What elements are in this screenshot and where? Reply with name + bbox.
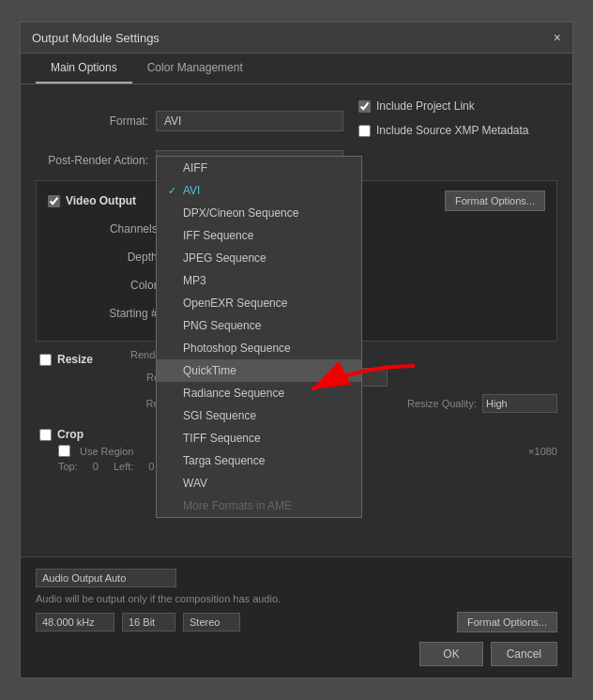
crop-checkbox[interactable] — [39, 429, 52, 441]
audio-note: Audio will be output only if the composi… — [36, 593, 557, 604]
dropdown-item-wav[interactable]: WAV — [157, 472, 361, 495]
bit-depth-select[interactable]: 16 Bit — [122, 613, 175, 632]
dialog-buttons-row: OK Cancel — [36, 642, 557, 666]
resize-quality-container: Resize Quality: High — [407, 394, 557, 413]
include-source-xmp-checkbox[interactable] — [358, 125, 371, 137]
check-icon-iff — [168, 230, 183, 241]
starting-label: Starting #: — [48, 307, 160, 320]
channels-label: Channels: — [48, 222, 160, 236]
resize-label: Resize — [57, 353, 93, 366]
dropdown-item-jpeg[interactable]: JPEG Sequence — [157, 247, 361, 269]
dropdown-item-quicktime[interactable]: QuickTime — [157, 359, 361, 382]
top-value: 0 — [93, 461, 99, 472]
dialog: Output Module Settings × Main Options Co… — [20, 22, 573, 678]
check-icon-radiance — [168, 388, 183, 399]
check-icon-photoshop — [168, 342, 183, 354]
checkboxes-right: Include Project Link Include Source XMP … — [358, 99, 529, 143]
dropdown-item-aiff[interactable]: AIFF — [157, 157, 361, 179]
sample-rate-wrapper: 48.000 kHz — [36, 613, 114, 632]
dropdown-item-mp3[interactable]: MP3 — [157, 269, 361, 292]
audio-output-select[interactable]: Audio Output Auto — [36, 569, 176, 587]
check-icon-jpeg — [168, 252, 183, 264]
tabs-container: Main Options Color Management — [21, 53, 572, 84]
tab-main-options[interactable]: Main Options — [36, 53, 132, 84]
audio-settings-row: 48.000 kHz 16 Bit Stereo Format Options.… — [36, 612, 557, 632]
dropdown-item-targa[interactable]: Targa Sequence — [157, 449, 361, 472]
use-region-checkbox[interactable] — [58, 445, 70, 457]
crop-label: Crop — [57, 428, 84, 441]
include-project-link-checkbox[interactable] — [358, 100, 371, 113]
resize-quality-label: Resize Quality: — [407, 398, 477, 409]
audio-section: Audio Output Auto Audio will be output o… — [21, 556, 572, 677]
top-label: Top: — [58, 461, 78, 472]
resize-checkbox[interactable] — [39, 354, 52, 366]
include-project-link-row: Include Project Link — [358, 99, 529, 113]
dropdown-item-openexr[interactable]: OpenEXR Sequence — [157, 292, 361, 314]
dropdown-item-dpx[interactable]: DPX/Cineon Sequence — [157, 202, 361, 224]
sample-rate-select[interactable]: 48.000 kHz — [36, 613, 114, 632]
close-button[interactable]: × — [554, 30, 561, 45]
format-select[interactable]: AVI — [156, 111, 343, 131]
depth-label: Depth: — [48, 251, 160, 264]
check-icon-png — [168, 320, 183, 331]
left-label: Left: — [114, 461, 133, 472]
audio-output-select-wrapper: Audio Output Auto — [36, 569, 176, 587]
dropdown-item-photoshop[interactable]: Photoshop Sequence — [157, 337, 361, 359]
dropdown-item-radiance[interactable]: Radiance Sequence — [157, 382, 361, 404]
check-icon-more — [168, 500, 183, 511]
title-bar: Output Module Settings × — [21, 23, 572, 53]
audio-format-options-button[interactable]: Format Options... — [457, 612, 557, 632]
dropdown-item-iff[interactable]: IFF Sequence — [157, 224, 361, 247]
check-icon-sgi — [168, 410, 183, 421]
check-icon-tiff — [168, 433, 183, 444]
check-icon-quicktime — [168, 365, 183, 376]
dropdown-item-avi[interactable]: ✓ AVI — [157, 179, 361, 202]
color-label: Color: — [48, 279, 160, 292]
cancel-button[interactable]: Cancel — [491, 642, 557, 666]
post-render-label: Post-Render Action: — [36, 154, 148, 167]
check-icon-targa — [168, 455, 183, 466]
format-select-wrapper: AVI — [156, 111, 343, 131]
dropdown-item-tiff[interactable]: TIFF Sequence — [157, 427, 361, 449]
check-icon-aiff — [168, 162, 183, 174]
format-row: Format: AVI Include Project Link Include… — [36, 99, 557, 143]
check-icon-openexr — [168, 297, 183, 309]
include-source-xmp-row: Include Source XMP Metadata — [358, 124, 529, 137]
include-project-link-label: Include Project Link — [376, 99, 475, 113]
video-format-options-button[interactable]: Format Options... — [445, 190, 545, 211]
resize-checkbox-row: Resize — [39, 353, 93, 366]
audio-output-row: Audio Output Auto — [36, 569, 557, 587]
include-source-xmp-label: Include Source XMP Metadata — [376, 124, 529, 137]
dropdown-item-more: More Formats in AME — [157, 495, 361, 517]
format-label: Format: — [36, 114, 148, 128]
use-region-label: Use Region — [80, 446, 133, 457]
format-dropdown: AIFF ✓ AVI DPX/Cineon Sequence IFF Seque… — [156, 156, 362, 518]
check-icon-mp3 — [168, 275, 183, 286]
main-content: Format: AVI Include Project Link Include… — [21, 84, 572, 491]
check-icon-dpx — [168, 207, 183, 219]
dimensions-text: ×1080 — [528, 446, 557, 457]
channels-wrapper: Stereo — [183, 613, 240, 632]
channels-audio-select[interactable]: Stereo — [183, 613, 240, 632]
dropdown-item-sgi[interactable]: SGI Sequence — [157, 404, 361, 427]
dialog-title: Output Module Settings — [32, 31, 160, 45]
check-icon-wav — [168, 478, 183, 489]
bit-depth-wrapper: 16 Bit — [122, 613, 175, 632]
left-value: 0 — [148, 461, 154, 472]
tab-color-management[interactable]: Color Management — [132, 53, 258, 84]
resize-quality-select[interactable]: High — [482, 394, 557, 413]
check-icon-avi: ✓ — [168, 185, 183, 197]
dropdown-item-png[interactable]: PNG Sequence — [157, 314, 361, 337]
video-output-checkbox[interactable] — [48, 195, 60, 207]
video-output-label: Video Output — [66, 194, 136, 207]
ok-button[interactable]: OK — [419, 642, 482, 666]
